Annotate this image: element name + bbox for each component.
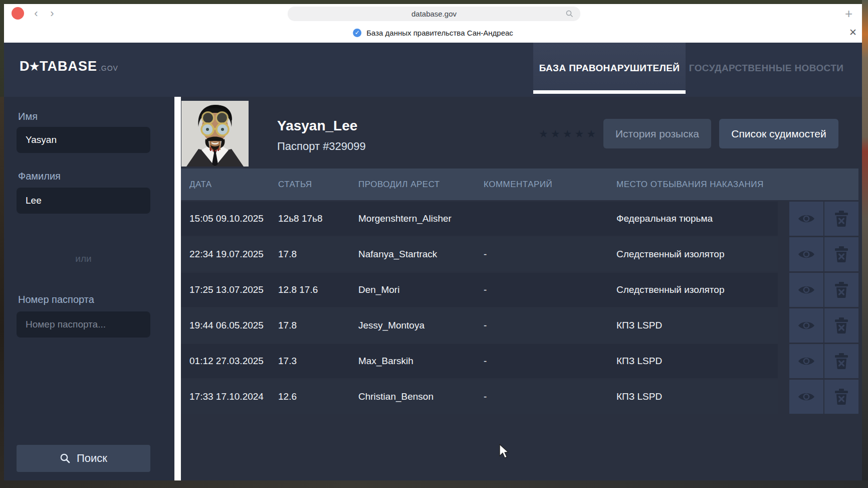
passport-input[interactable]	[17, 311, 150, 338]
table-header: ДАТА СТАТЬЯ ПРОВОДИЛ АРЕСТ КОММЕНТАРИЙ М…	[181, 169, 858, 200]
cell-place: Федеральная тюрьма	[616, 213, 778, 224]
search-icon	[566, 10, 573, 19]
delete-record-button[interactable]	[824, 344, 858, 378]
url-text: database.gov	[411, 10, 457, 18]
view-record-button[interactable]	[789, 273, 823, 307]
delete-record-icon	[834, 282, 848, 298]
back-icon[interactable]: ‹	[31, 7, 41, 21]
wanted-stars: ★★★★★	[539, 128, 596, 140]
delete-record-button[interactable]	[824, 202, 858, 236]
star-icon: ★	[539, 128, 548, 140]
cell-officer: Nafanya_Startrack	[358, 249, 484, 260]
delete-record-icon	[834, 317, 848, 334]
view-record-icon	[798, 213, 815, 224]
delete-record-icon	[834, 389, 848, 405]
col-comment: КОММЕНТАРИЙ	[484, 180, 616, 190]
page-scrollbar[interactable]	[174, 97, 181, 480]
cell-officer: Christian_Benson	[358, 391, 484, 402]
cell-officer: Morgenshtern_Alisher	[358, 213, 484, 224]
cell-date: 15:05 09.10.2025	[189, 213, 278, 224]
cell-place: КПЗ LSPD	[616, 391, 778, 402]
cell-place: КПЗ LSPD	[616, 356, 778, 367]
view-record-icon	[798, 320, 815, 331]
table-row: 22:34 19.07.2025 17.8 Nafanya_Startrack …	[181, 237, 778, 271]
passport-label: Номер паспорта	[18, 294, 94, 305]
or-label: или	[0, 253, 167, 264]
view-record-icon	[798, 356, 815, 367]
delete-record-button[interactable]	[824, 380, 858, 414]
notification-text: База данных правительства Сан-Андреас	[366, 29, 513, 37]
cell-comment: -	[484, 356, 616, 367]
cell-officer: Jessy_Montoya	[358, 320, 484, 331]
star-icon: ★	[551, 128, 560, 140]
cell-article: 12.8 17.6	[278, 284, 358, 295]
logo-suffix: TABASE	[40, 59, 97, 74]
forward-icon[interactable]: ›	[47, 7, 57, 21]
cell-comment: -	[484, 284, 616, 295]
view-record-button[interactable]	[789, 344, 823, 378]
star-icon: ★	[574, 128, 584, 140]
search-button-label: Поиск	[77, 452, 107, 465]
cell-date: 22:34 19.07.2025	[189, 249, 278, 260]
cell-date: 17:25 13.07.2025	[189, 284, 278, 295]
logo-tld: .GOV	[99, 64, 118, 72]
cell-comment: -	[484, 320, 616, 331]
cell-article: 17.8	[278, 320, 358, 331]
table-row: 19:44 06.05.2025 17.8 Jessy_Montoya - КП…	[181, 308, 778, 343]
window-close-button[interactable]	[12, 7, 24, 20]
cell-date: 01:12 27.03.2025	[189, 356, 278, 367]
view-record-icon	[798, 249, 815, 260]
star-icon: ★	[29, 59, 41, 74]
profile-passport: Паспорт #329099	[277, 140, 366, 153]
delete-record-icon	[834, 211, 848, 227]
col-date: ДАТА	[189, 180, 278, 190]
screen: ‹ › database.gov + ✓ База данных правите…	[0, 0, 868, 488]
cell-date: 19:44 06.05.2025	[189, 320, 278, 331]
view-record-button[interactable]	[789, 202, 823, 236]
star-icon: ★	[586, 128, 596, 140]
cell-place: Следственный изолятор	[616, 284, 778, 295]
tab-government-news[interactable]: ГОСУДАРСТВЕННЫЕ НОВОСТИ	[686, 43, 847, 94]
game-background-left	[0, 97, 4, 480]
cell-officer: Den_Mori	[358, 284, 484, 295]
search-button[interactable]: Поиск	[17, 445, 150, 472]
table-row: 17:33 17.10.2024 12.6 Christian_Benson -…	[181, 380, 778, 414]
new-tab-icon[interactable]: +	[845, 6, 852, 22]
col-article: СТАТЬЯ	[278, 180, 358, 190]
tab-offenders-database[interactable]: БАЗА ПРАВОНАРУШИТЕЛЕЙ	[533, 43, 686, 94]
last-name-input[interactable]	[17, 188, 150, 214]
star-icon: ★	[563, 128, 572, 140]
cell-article: 17.8	[278, 249, 358, 260]
avatar	[181, 101, 249, 167]
cell-article: 17.3	[278, 356, 358, 367]
view-record-button[interactable]	[789, 308, 823, 343]
profile-name: Yasyan_Lee	[277, 118, 357, 134]
view-record-button[interactable]	[789, 237, 823, 271]
table-row: 01:12 27.03.2025 17.3 Max_Barskih - КПЗ …	[181, 344, 778, 378]
notification-bar: ✓ База данных правительства Сан-Андреас	[4, 23, 862, 43]
cell-article: 12.6	[278, 391, 358, 402]
first-name-label: Имя	[18, 111, 38, 122]
cell-place: Следственный изолятор	[616, 249, 778, 260]
delete-record-button[interactable]	[824, 273, 858, 307]
delete-record-button[interactable]	[824, 237, 858, 271]
game-background-bottom	[0, 480, 868, 488]
delete-record-icon	[834, 246, 848, 262]
cell-officer: Max_Barskih	[358, 356, 484, 367]
wanted-history-button[interactable]: История розыска	[603, 119, 711, 148]
table-row: 15:05 09.10.2025 12ь8 17ь8 Morgenshtern_…	[181, 202, 778, 236]
active-tab-underline	[533, 90, 686, 94]
delete-record-button[interactable]	[824, 308, 858, 343]
view-record-icon	[798, 391, 815, 402]
criminal-record-button[interactable]: Список судимостей	[719, 119, 838, 148]
delete-record-icon	[834, 353, 848, 369]
cell-place: КПЗ LSPD	[616, 320, 778, 331]
cell-article: 12ь8 17ь8	[278, 213, 358, 224]
url-input[interactable]: database.gov	[288, 7, 580, 21]
table-row: 17:25 13.07.2025 12.8 17.6 Den_Mori - Сл…	[181, 273, 778, 307]
close-icon[interactable]: ✕	[849, 27, 857, 38]
verified-check-icon: ✓	[353, 29, 361, 37]
first-name-input[interactable]	[17, 127, 150, 153]
view-record-button[interactable]	[789, 380, 823, 414]
col-place: МЕСТО ОТБЫВАНИЯ НАКАЗАНИЯ	[616, 180, 858, 190]
